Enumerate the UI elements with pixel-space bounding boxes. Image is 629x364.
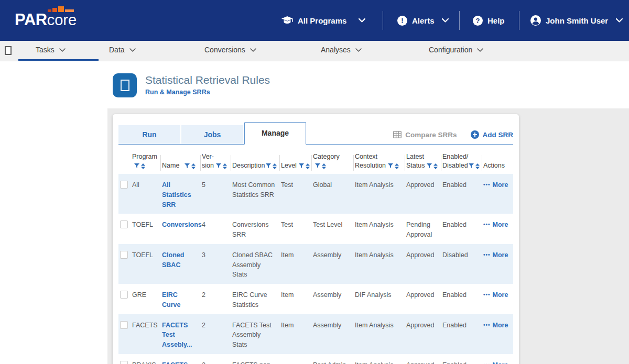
cell-latest-status: Pending Approval xyxy=(406,214,442,244)
parcore-logo[interactable]: PARcore xyxy=(15,10,77,29)
srr-name-link[interactable]: FACETS non use asse... xyxy=(162,354,202,364)
tab-jobs[interactable]: Jobs xyxy=(181,125,243,144)
sort-icon[interactable] xyxy=(273,163,277,169)
srr-name-link[interactable]: Conversions xyxy=(162,214,202,244)
row-checkbox[interactable] xyxy=(120,181,128,189)
nav-analyses-label: Analyses xyxy=(321,46,351,54)
cell-program: GRE xyxy=(132,284,162,314)
cell-level: Test xyxy=(281,214,313,244)
column-header-category[interactable]: Category xyxy=(313,152,355,170)
cell-description: FACETS Test Assembly Stats xyxy=(232,314,281,354)
sidebar-toggle-icon[interactable] xyxy=(5,46,12,55)
sort-icon[interactable] xyxy=(395,163,399,169)
column-header-enabled-disabled[interactable]: Enabled/ Disabled xyxy=(442,152,483,170)
column-header-actions: Actions xyxy=(483,161,513,170)
page-header: Statistical Retrieval Rules Run & Manage… xyxy=(113,73,270,97)
chevron-down-icon xyxy=(355,48,362,52)
cell-program: FACETS xyxy=(132,314,162,354)
row-checkbox[interactable] xyxy=(120,321,128,329)
sort-icon[interactable] xyxy=(322,163,326,169)
cell-context-resolution: Item Analysis xyxy=(355,314,406,354)
filter-icon[interactable] xyxy=(299,163,304,168)
sort-icon[interactable] xyxy=(141,163,145,169)
more-button[interactable]: •••More xyxy=(483,284,513,314)
all-programs-menu[interactable]: All Programs xyxy=(281,14,365,27)
more-dots-icon: ••• xyxy=(483,252,491,258)
help-menu[interactable]: ? Help xyxy=(473,14,505,27)
compare-srrs-button[interactable]: Compare SRRs xyxy=(393,131,457,139)
cell-level: Item xyxy=(281,244,313,284)
filter-icon[interactable] xyxy=(315,163,320,168)
more-label: More xyxy=(493,291,508,299)
sort-icon[interactable] xyxy=(306,163,310,169)
filter-icon[interactable] xyxy=(388,163,393,168)
tab-manage[interactable]: Manage xyxy=(244,122,306,145)
nav-item-analyses[interactable]: Analyses xyxy=(321,46,362,54)
more-dots-icon: ••• xyxy=(483,292,491,297)
sort-icon[interactable] xyxy=(223,163,227,169)
more-button[interactable]: •••More xyxy=(483,354,513,364)
table-header: Program Name Ver- sion Description Level… xyxy=(118,145,513,174)
cell-level: Test xyxy=(281,174,313,214)
cell-latest-status: Approved xyxy=(406,314,442,354)
column-header-context-resolution[interactable]: Context Resolution xyxy=(355,152,406,170)
column-header-name[interactable]: Name xyxy=(162,161,202,170)
header-divider xyxy=(459,11,460,30)
row-checkbox[interactable] xyxy=(120,220,128,228)
column-header-program[interactable]: Program xyxy=(132,152,162,170)
alerts-menu[interactable]: ! Alerts xyxy=(397,14,449,27)
filter-icon[interactable] xyxy=(266,163,271,168)
help-icon: ? xyxy=(473,16,483,26)
nav-item-conversions[interactable]: Conversions xyxy=(204,46,256,54)
cell-category: Assembly xyxy=(313,244,355,284)
page-title: Statistical Retrieval Rules xyxy=(145,73,270,86)
table-row: PRAXIS FACETS non use asse... 2 FACETS n… xyxy=(118,354,513,364)
user-menu[interactable]: John Smith User xyxy=(530,14,623,27)
nav-item-data[interactable]: Data xyxy=(109,46,136,54)
add-srr-button[interactable]: Add SRR xyxy=(471,130,514,139)
nav-data-label: Data xyxy=(109,46,125,54)
srr-name-link[interactable]: FACETS Test Assebly... xyxy=(162,314,202,354)
cell-program: TOEFL xyxy=(132,214,162,244)
column-header-version[interactable]: Ver- sion xyxy=(202,152,232,170)
sort-icon[interactable] xyxy=(191,163,196,169)
filter-icon[interactable] xyxy=(134,163,139,168)
column-header-level[interactable]: Level xyxy=(281,161,313,170)
page-subtitle-link[interactable]: Run & Manage SRRs xyxy=(145,89,270,96)
more-button[interactable]: •••More xyxy=(483,244,513,284)
tab-run[interactable]: Run xyxy=(118,125,180,144)
nav-conversions-label: Conversions xyxy=(204,46,245,54)
all-programs-label: All Programs xyxy=(298,16,346,25)
nav-item-tasks[interactable]: Tasks xyxy=(36,46,66,54)
module-nav: Tasks Data Conversions Analyses Configur… xyxy=(0,41,629,61)
filter-icon[interactable] xyxy=(469,163,474,168)
row-checkbox[interactable] xyxy=(120,361,128,364)
table-row: TOEFL Conversions 4 Conversions SRR Test… xyxy=(118,214,513,244)
more-button[interactable]: •••More xyxy=(483,214,513,244)
srr-name-link[interactable]: Cloned SBAC xyxy=(162,244,202,284)
row-checkbox[interactable] xyxy=(120,251,128,259)
sort-icon[interactable] xyxy=(475,163,480,169)
column-header-description[interactable]: Description xyxy=(232,161,281,170)
nav-item-configuration[interactable]: Configuration xyxy=(429,46,483,54)
filter-icon[interactable] xyxy=(185,163,190,168)
filter-icon[interactable] xyxy=(216,163,221,168)
more-button[interactable]: •••More xyxy=(483,174,513,214)
column-header-latest-status[interactable]: Latest Status xyxy=(406,152,442,170)
filter-icon[interactable] xyxy=(427,163,432,168)
row-checkbox[interactable] xyxy=(120,291,128,299)
cell-enabled: Enabled xyxy=(442,174,483,214)
cell-version: 3 xyxy=(202,244,232,284)
user-icon xyxy=(530,15,541,26)
active-tab-underline xyxy=(18,59,99,61)
cell-context-resolution: Item Analysis xyxy=(355,214,406,244)
srr-name-link[interactable]: All Statistics SRR xyxy=(162,174,202,214)
alerts-label: Alerts xyxy=(412,16,435,25)
more-button[interactable]: •••More xyxy=(483,314,513,354)
compare-table-icon xyxy=(393,131,402,138)
logo-text-core: core xyxy=(47,12,77,28)
alert-icon: ! xyxy=(397,16,407,26)
logo-text-par: PAR xyxy=(15,10,47,29)
srr-name-link[interactable]: EIRC Curve xyxy=(162,284,202,314)
sort-icon[interactable] xyxy=(433,163,438,169)
